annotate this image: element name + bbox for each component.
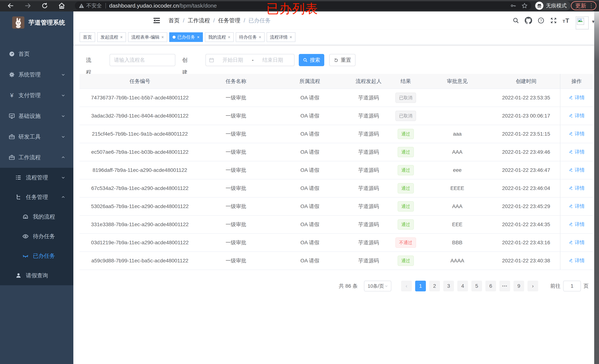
tab-我的流程[interactable]: 我的流程× bbox=[205, 32, 234, 42]
date-separator: - bbox=[251, 57, 254, 63]
sidebar-collapse-button[interactable] bbox=[152, 16, 161, 25]
star-icon[interactable] bbox=[521, 2, 528, 9]
close-icon[interactable]: × bbox=[290, 35, 292, 39]
broken-image-icon bbox=[576, 17, 585, 25]
detail-button[interactable]: 详情 bbox=[569, 239, 585, 246]
tab-首页[interactable]: 首页 bbox=[80, 32, 95, 42]
tab-流程详情[interactable]: 流程详情× bbox=[267, 32, 295, 42]
cell-process: OA 请假 bbox=[272, 143, 348, 161]
chevron-down-icon bbox=[61, 134, 66, 139]
cell-created-time: 2022-01-22 23:40:38 bbox=[492, 252, 560, 270]
table-row: a59c9d88-7b99-11ec-ba5c-acde48001122一级审批… bbox=[79, 252, 593, 270]
sidebar-item-首页[interactable]: 首页 bbox=[0, 44, 73, 64]
date-end-placeholder: 结束日期 bbox=[255, 57, 291, 63]
page-button-3[interactable]: 3 bbox=[443, 281, 454, 291]
warning-icon bbox=[79, 3, 84, 9]
detail-button[interactable]: 详情 bbox=[569, 185, 585, 191]
search-button[interactable]: 搜索 bbox=[299, 54, 324, 66]
detail-button[interactable]: 详情 bbox=[569, 112, 585, 119]
eye-closed-icon bbox=[22, 253, 29, 259]
cell-starter: 芋道源码 bbox=[348, 125, 389, 143]
next-page-button[interactable]: › bbox=[528, 281, 538, 291]
close-icon[interactable]: × bbox=[161, 35, 164, 39]
header-search-button[interactable] bbox=[510, 11, 522, 30]
detail-button[interactable]: 详情 bbox=[569, 149, 585, 155]
sidebar-item-待办任务[interactable]: 待办任务 bbox=[0, 227, 73, 246]
help-button[interactable]: ? bbox=[535, 11, 547, 30]
sidebar-item-请假查询[interactable]: 请假查询 bbox=[0, 266, 73, 285]
tab-已办任务[interactable]: 已办任务× bbox=[169, 32, 203, 42]
cell-starter: 芋道源码 bbox=[348, 179, 389, 197]
cell-actions: 详情 bbox=[560, 125, 593, 143]
page-button-1[interactable]: 1 bbox=[415, 281, 426, 291]
key-icon[interactable] bbox=[510, 3, 516, 9]
breadcrumb-task-management[interactable]: 任务管理 bbox=[218, 17, 240, 24]
sidebar-item-基础设施[interactable]: 基础设施 bbox=[0, 106, 73, 126]
page-scrollbar[interactable] bbox=[594, 11, 599, 364]
page-button-5[interactable]: 5 bbox=[471, 281, 482, 291]
detail-button[interactable]: 详情 bbox=[569, 221, 585, 228]
incognito-label: 无痕模式 bbox=[546, 2, 567, 9]
sidebar-item-支付管理[interactable]: ¥支付管理 bbox=[0, 85, 73, 106]
process-name-input[interactable] bbox=[110, 54, 175, 66]
page-button-9[interactable]: 9 bbox=[513, 281, 524, 291]
page-button-2[interactable]: 2 bbox=[429, 281, 440, 291]
result-badge: 通过 bbox=[398, 129, 414, 139]
sidebar-item-系统管理[interactable]: 系统管理 bbox=[0, 64, 73, 85]
page-button-4[interactable]: 4 bbox=[457, 281, 468, 291]
page-button-6[interactable]: 6 bbox=[485, 281, 496, 291]
text-size-button[interactable]: TT bbox=[560, 11, 573, 30]
browser-back-button[interactable] bbox=[5, 0, 16, 11]
sidebar-item-已办任务[interactable]: 已办任务 bbox=[0, 246, 73, 266]
cell-created-time: 2022-01-22 23:45:29 bbox=[492, 197, 560, 215]
browser-refresh-button[interactable] bbox=[39, 0, 50, 11]
fullscreen-button[interactable] bbox=[547, 11, 560, 30]
goto-page-input[interactable] bbox=[563, 281, 581, 291]
detail-button[interactable]: 详情 bbox=[569, 257, 585, 264]
browser-update-button[interactable]: 更新 ⋮ bbox=[571, 1, 596, 10]
close-icon[interactable]: × bbox=[120, 35, 123, 39]
address-bar[interactable]: 不安全 dashboard.yudao.iocoder.cn/bpm/task/… bbox=[75, 1, 531, 10]
github-link[interactable] bbox=[522, 11, 535, 30]
detail-button[interactable]: 详情 bbox=[569, 203, 585, 210]
cell-task-name: 一级审批 bbox=[200, 252, 272, 270]
close-icon[interactable]: × bbox=[197, 35, 200, 39]
page-size-value: 10条/页 bbox=[368, 283, 384, 289]
sidebar-logo[interactable]: 芋道管理系统 bbox=[0, 11, 73, 34]
breadcrumb: 首页 / 工作流程 / 任务管理 / 已办任务 bbox=[168, 11, 271, 30]
prev-page-button[interactable]: ‹ bbox=[401, 281, 412, 291]
cell-created-time: 2022-01-22 23:43:16 bbox=[492, 234, 560, 252]
date-range-picker[interactable]: 开始日期 - 结束日期 bbox=[205, 54, 294, 66]
browser-home-button[interactable] bbox=[56, 0, 67, 11]
browser-menu-icon[interactable]: ⋮ bbox=[589, 3, 594, 9]
tab-流程表单-编辑[interactable]: 流程表单-编辑× bbox=[128, 32, 167, 42]
cell-starter: 芋道源码 bbox=[348, 252, 389, 270]
avatar[interactable] bbox=[576, 17, 589, 29]
sidebar-item-流程管理[interactable]: 流程管理 bbox=[0, 168, 73, 187]
tab-发起流程[interactable]: 发起流程× bbox=[97, 32, 126, 42]
cell-task-name: 一级审批 bbox=[200, 234, 272, 252]
reset-button[interactable]: 重置 bbox=[329, 54, 355, 66]
detail-button[interactable]: 详情 bbox=[569, 130, 585, 137]
table-row: 3adac3d2-7b9d-11ec-8404-acde48001122一级审批… bbox=[79, 107, 593, 125]
detail-button[interactable]: 详情 bbox=[569, 167, 585, 173]
close-icon[interactable]: × bbox=[228, 35, 230, 39]
breadcrumb-workflow[interactable]: 工作流程 bbox=[188, 17, 210, 24]
breadcrumb-home[interactable]: 首页 bbox=[168, 17, 180, 24]
table-row: 74736737-7b9b-11ec-b5b7-acde48001122一级审批… bbox=[79, 89, 593, 107]
security-label: 不安全 bbox=[86, 2, 102, 9]
edit-icon bbox=[569, 95, 573, 100]
edit-icon bbox=[569, 168, 573, 172]
close-icon[interactable]: × bbox=[259, 35, 261, 39]
page-size-select[interactable]: 10条/页 bbox=[364, 281, 391, 291]
sidebar-item-工作流程[interactable]: 工作流程 bbox=[0, 147, 73, 168]
detail-button[interactable]: 详情 bbox=[569, 94, 585, 101]
tab-待办任务[interactable]: 待办任务× bbox=[236, 32, 264, 42]
sidebar-item-任务管理[interactable]: 任务管理 bbox=[0, 187, 73, 207]
sidebar-item-我的流程[interactable]: 我的流程 bbox=[0, 207, 73, 227]
sidebar-item-研发工具[interactable]: 研发工具 bbox=[0, 126, 73, 147]
browser-forward-button[interactable] bbox=[22, 0, 33, 11]
result-badge: 通过 bbox=[398, 256, 414, 266]
cell-result: 通过 bbox=[389, 252, 422, 270]
more-pages-button[interactable]: ••• bbox=[499, 281, 510, 291]
